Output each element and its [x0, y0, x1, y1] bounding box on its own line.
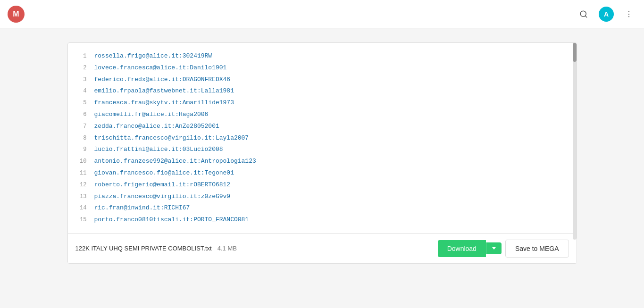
line-content: antonio.franzese992@alice.it:Antropologi…	[94, 157, 256, 166]
line-content: giacomelli.fr@alice.it:Haga2006	[94, 110, 209, 120]
line-content: emilio.frpaola@fastwebnet.it:Lalla1981	[94, 86, 234, 96]
more-options-icon[interactable]	[621, 7, 636, 22]
footer-actions: Download Save to MEGA	[438, 240, 569, 258]
save-to-mega-button[interactable]: Save to MEGA	[505, 240, 569, 258]
line-content: federico.fredx@alice.it:DRAGONFREDX46	[94, 75, 231, 85]
line-content: porto.franco0810tiscali.it:PORTO_FRANCO0…	[94, 215, 249, 225]
line-content: piazza.francesco@virgilio.it:z0zeG9v9	[94, 192, 231, 202]
line-number: 11	[74, 169, 87, 178]
download-dropdown-button[interactable]	[486, 242, 502, 254]
line-number: 6	[74, 110, 87, 119]
code-line: 11giovan.francesco.fio@alice.it:Tegone01	[68, 167, 577, 179]
code-line: 7zedda.franco@alice.it:AnZe28052001	[68, 121, 577, 133]
code-area: 1rossella.frigo@alice.it:302419RW2lovece…	[68, 43, 577, 233]
file-info: 122K ITALY UHQ SEMI PRIVATE COMBOLIST.tx…	[75, 245, 237, 252]
line-number: 10	[74, 157, 87, 166]
line-content: trischitta.francesco@virgilio.it:Layla20…	[94, 133, 249, 143]
line-number: 12	[74, 181, 87, 190]
line-number: 3	[74, 75, 87, 84]
line-content: lovece.francesca@alice.it:Danilo1901	[94, 63, 227, 73]
search-icon[interactable]	[576, 7, 591, 22]
code-line: 6giacomelli.fr@alice.it:Haga2006	[68, 109, 577, 121]
line-content: roberto.frigerio@email.it:rOBERTO6812	[94, 180, 231, 190]
line-number: 14	[74, 204, 87, 213]
line-content: rossella.frigo@alice.it:302419RW	[94, 51, 212, 61]
line-number: 4	[74, 87, 87, 96]
line-number: 8	[74, 134, 87, 143]
code-line: 5francesca.frau@skytv.it:Amarillide1973	[68, 97, 577, 109]
code-line: 10antonio.franzese992@alice.it:Antropolo…	[68, 156, 577, 167]
mega-logo[interactable]: M	[8, 6, 25, 23]
line-number: 7	[74, 122, 87, 131]
code-line: 12roberto.frigerio@email.it:rOBERTO6812	[68, 179, 577, 191]
download-button[interactable]: Download	[438, 240, 486, 257]
svg-point-4	[628, 16, 629, 17]
svg-point-3	[628, 13, 629, 14]
svg-point-2	[628, 11, 629, 12]
file-size: 4.1 MB	[217, 245, 237, 252]
line-content: ric.fran@inwind.it:RICHI67	[94, 203, 190, 213]
file-viewer: 1rossella.frigo@alice.it:302419RW2lovece…	[67, 42, 577, 264]
code-line: 3federico.fredx@alice.it:DRAGONFREDX46	[68, 74, 577, 86]
code-line: 13piazza.francesco@virgilio.it:z0zeG9v9	[68, 191, 577, 203]
line-number: 5	[74, 99, 87, 108]
code-line: 2lovece.francesca@alice.it:Danilo1901	[68, 62, 577, 74]
code-line: 9lucio.frattini@alice.it:03Lucio2008	[68, 144, 577, 156]
line-number: 9	[74, 145, 87, 154]
line-content: zedda.franco@alice.it:AnZe28052001	[94, 122, 219, 132]
line-content: giovan.francesco.fio@alice.it:Tegone01	[94, 168, 234, 178]
code-line: 14ric.fran@inwind.it:RICHI67	[68, 202, 577, 214]
line-number: 2	[74, 64, 87, 73]
navbar-right: A	[576, 7, 636, 22]
line-number: 13	[74, 192, 87, 201]
avatar[interactable]: A	[599, 7, 614, 22]
navbar: M A	[0, 0, 644, 28]
line-number: 1	[74, 52, 87, 61]
code-line: 8trischitta.francesco@virgilio.it:Layla2…	[68, 133, 577, 144]
line-content: lucio.frattini@alice.it:03Lucio2008	[94, 145, 223, 155]
code-line: 15porto.franco0810tiscali.it:PORTO_FRANC…	[68, 214, 577, 226]
code-line: 4emilio.frpaola@fastwebnet.it:Lalla1981	[68, 85, 577, 97]
svg-line-1	[585, 16, 586, 17]
file-footer: 122K ITALY UHQ SEMI PRIVATE COMBOLIST.tx…	[68, 233, 577, 263]
line-content: francesca.frau@skytv.it:Amarillide1973	[94, 98, 234, 108]
navbar-left: M	[8, 6, 25, 23]
file-name: 122K ITALY UHQ SEMI PRIVATE COMBOLIST.tx…	[75, 245, 212, 252]
line-number: 15	[74, 216, 87, 225]
code-line: 1rossella.frigo@alice.it:302419RW	[68, 50, 577, 62]
chevron-down-icon	[492, 247, 496, 250]
main-content: 1rossella.frigo@alice.it:302419RW2lovece…	[0, 28, 644, 278]
